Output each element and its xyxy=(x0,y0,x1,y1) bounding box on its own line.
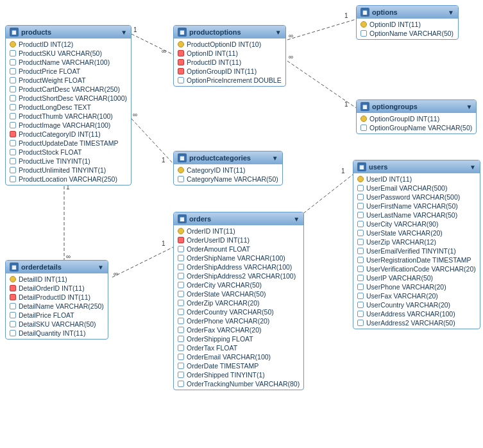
table-title-options: options xyxy=(372,8,398,16)
field-row: OrderCountry VARCHAR(50) xyxy=(174,307,303,316)
field-row: ProductName VARCHAR(100) xyxy=(6,58,131,67)
field-row: OrderTax FLOAT xyxy=(174,343,303,352)
field-icon-pk xyxy=(178,228,184,234)
table-orderdetails: ▦ orderdetails ▼ DetailID INT(11)DetailO… xyxy=(5,260,108,340)
field-name: OptionID INT(11) xyxy=(187,49,238,57)
field-icon-field xyxy=(357,275,364,281)
field-icon-field xyxy=(357,239,364,245)
field-icon-field xyxy=(178,381,184,387)
table-header-options[interactable]: ▦ options ▼ xyxy=(357,6,458,19)
field-icon-field xyxy=(178,282,184,288)
table-orders: ▦ orders ▼ OrderID INT(11)OrderUserID IN… xyxy=(173,212,304,390)
field-icon-field xyxy=(178,246,184,252)
svg-line-9 xyxy=(131,119,173,164)
field-name: UserPhone VARCHAR(20) xyxy=(366,283,446,291)
dropdown-arrow-users[interactable]: ▼ xyxy=(470,164,476,171)
field-row: DetailProductID INT(11) xyxy=(6,293,108,302)
field-row: ProductThumb VARCHAR(100) xyxy=(6,112,131,121)
dropdown-arrow-products[interactable]: ▼ xyxy=(121,29,127,36)
table-header-products[interactable]: ▦ products ▼ xyxy=(6,26,131,39)
svg-text:∞: ∞ xyxy=(162,47,166,55)
field-icon-field xyxy=(10,140,16,146)
field-icon-field xyxy=(10,50,16,56)
table-body-orderdetails: DetailID INT(11)DetailOrderID INT(11)Det… xyxy=(6,273,108,339)
field-name: ProductShortDesc VARCHAR(1000) xyxy=(19,94,127,102)
field-name: ProductSKU VARCHAR(50) xyxy=(19,49,102,57)
field-row: OrderShipAddress2 VARCHAR(100) xyxy=(174,271,303,280)
table-header-optiongroups[interactable]: ▦ optiongroups ▼ xyxy=(357,100,476,113)
field-icon-field xyxy=(357,320,364,326)
field-icon-field xyxy=(10,321,16,327)
table-products: ▦ products ▼ ProductID INT(12)ProductSKU… xyxy=(5,25,131,185)
field-name: UserFirstName VARCHAR(50) xyxy=(366,202,458,210)
svg-text:∞: ∞ xyxy=(133,111,137,118)
dropdown-arrow-options[interactable]: ▼ xyxy=(448,9,454,16)
field-name: OptionGroupName VARCHAR(50) xyxy=(369,124,472,132)
table-title-products: products xyxy=(21,28,51,36)
field-icon-field xyxy=(357,257,364,263)
table-body-options: OptionID INT(11)OptionName VARCHAR(50) xyxy=(357,19,458,39)
field-name: OrderState VARCHAR(50) xyxy=(187,290,266,298)
svg-text:1: 1 xyxy=(162,157,165,164)
field-name: UserZip VARCHAR(12) xyxy=(366,238,436,246)
table-icon-optiongroups: ▦ xyxy=(360,102,369,111)
field-row: DetailQuantity INT(11) xyxy=(6,329,108,338)
dropdown-arrow-orderdetails[interactable]: ▼ xyxy=(97,264,104,271)
table-body-optiongroups: OptionGroupID INT(11)OptionGroupName VAR… xyxy=(357,113,476,134)
table-header-orders[interactable]: ▦ orders ▼ xyxy=(174,212,303,225)
field-row: UserCity VARCHAR(90) xyxy=(353,220,480,228)
field-icon-field xyxy=(357,284,364,290)
dropdown-arrow-productoptions[interactable]: ▼ xyxy=(275,29,282,36)
field-row: ProductCartDesc VARCHAR(250) xyxy=(6,85,131,94)
field-name: UserID INT(11) xyxy=(366,175,412,183)
field-icon-field xyxy=(178,300,184,306)
field-icon-field xyxy=(178,327,184,333)
dropdown-arrow-orders[interactable]: ▼ xyxy=(293,216,300,223)
field-icon-fk xyxy=(178,237,184,243)
field-icon-field xyxy=(357,302,364,308)
field-icon-field xyxy=(178,309,184,315)
field-row: DetailSKU VARCHAR(50) xyxy=(6,320,108,329)
field-icon-field xyxy=(357,266,364,272)
field-icon-field xyxy=(178,354,184,360)
field-icon-field xyxy=(10,59,16,65)
table-title-users: users xyxy=(369,163,387,171)
field-icon-field xyxy=(10,149,16,155)
field-name: UserEmailVerified TINYINT(1) xyxy=(366,247,456,255)
field-icon-pk xyxy=(357,176,364,182)
field-icon-field xyxy=(357,194,364,200)
table-body-users: UserID INT(11)UserEmail VARCHAR(500)User… xyxy=(353,173,480,329)
field-row: OrderCity VARCHAR(50) xyxy=(174,280,303,289)
field-icon-field xyxy=(178,291,184,297)
field-name: OrderTrackingNumber VARCHAR(80) xyxy=(187,380,300,388)
table-header-orderdetails[interactable]: ▦ orderdetails ▼ xyxy=(6,261,108,273)
svg-text:∞: ∞ xyxy=(114,270,118,277)
table-title-orders: orders xyxy=(189,215,211,223)
field-name: OrderTax FLOAT xyxy=(187,344,237,352)
svg-line-15 xyxy=(112,247,173,277)
field-row: DetailPrice FLOAT xyxy=(6,311,108,320)
field-row: ProductID INT(12) xyxy=(6,40,131,49)
field-icon-field xyxy=(10,68,16,74)
table-icon-orders: ▦ xyxy=(178,214,187,223)
table-header-productcategories[interactable]: ▦ productcategories ▼ xyxy=(174,151,282,164)
table-header-productoptions[interactable]: ▦ productoptions ▼ xyxy=(174,26,285,39)
table-header-users[interactable]: ▦ users ▼ xyxy=(353,160,480,173)
field-name: UserIP VARCHAR(50) xyxy=(366,274,433,282)
field-row: OrderShipAddress VARCHAR(100) xyxy=(174,263,303,271)
field-icon-field xyxy=(357,221,364,227)
field-icon-fk xyxy=(10,294,16,300)
svg-text:∞: ∞ xyxy=(289,53,293,60)
field-icon-field xyxy=(178,176,184,182)
dropdown-arrow-optiongroups[interactable]: ▼ xyxy=(466,103,472,110)
field-name: OptionPriceIncrement DOUBLE xyxy=(187,76,282,84)
dropdown-arrow-productcategories[interactable]: ▼ xyxy=(272,155,278,162)
field-icon-field xyxy=(357,248,364,254)
field-row: UserFirstName VARCHAR(50) xyxy=(353,202,480,211)
field-icon-field xyxy=(178,318,184,324)
svg-text:1: 1 xyxy=(162,240,165,247)
field-row: OrderTrackingNumber VARCHAR(80) xyxy=(174,379,303,388)
field-row: UserState VARCHAR(20) xyxy=(353,228,480,237)
field-name: OrderZip VARCHAR(20) xyxy=(187,299,260,307)
field-name: OptionName VARCHAR(50) xyxy=(369,30,453,37)
